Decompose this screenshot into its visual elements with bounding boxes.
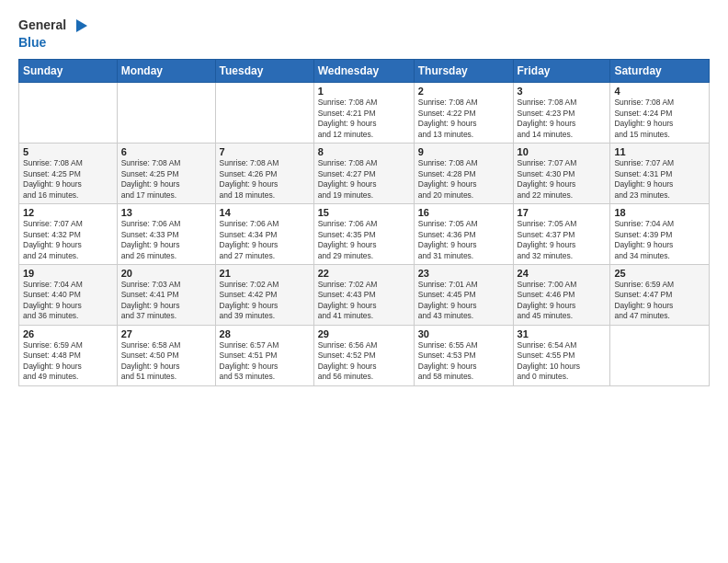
weekday-header-row: SundayMondayTuesdayWednesdayThursdayFrid…: [19, 60, 710, 83]
calendar-table: SundayMondayTuesdayWednesdayThursdayFrid…: [18, 59, 710, 385]
day-number: 27: [121, 328, 211, 339]
calendar-cell: 2Sunrise: 7:08 AM Sunset: 4:22 PM Daylig…: [414, 83, 513, 144]
day-info: Sunrise: 7:06 AM Sunset: 4:35 PM Dayligh…: [318, 219, 410, 261]
logo-chevron-icon: [73, 17, 89, 34]
day-info: Sunrise: 6:54 AM Sunset: 4:55 PM Dayligh…: [518, 340, 607, 383]
day-number: 4: [614, 86, 705, 97]
day-number: 11: [614, 146, 705, 157]
day-number: 7: [220, 146, 310, 157]
calendar-cell: 29Sunrise: 6:56 AM Sunset: 4:52 PM Dayli…: [313, 325, 414, 385]
day-number: 20: [121, 268, 211, 279]
day-info: Sunrise: 7:08 AM Sunset: 4:22 PM Dayligh…: [418, 98, 509, 140]
day-info: Sunrise: 7:04 AM Sunset: 4:39 PM Dayligh…: [614, 219, 705, 261]
calendar-cell: 28Sunrise: 6:57 AM Sunset: 4:51 PM Dayli…: [215, 325, 313, 385]
calendar-cell: 16Sunrise: 7:05 AM Sunset: 4:36 PM Dayli…: [414, 204, 513, 265]
day-number: 13: [121, 207, 211, 218]
day-info: Sunrise: 6:55 AM Sunset: 4:53 PM Dayligh…: [418, 340, 509, 383]
calendar-week-row: 5Sunrise: 7:08 AM Sunset: 4:25 PM Daylig…: [19, 144, 710, 204]
calendar-cell: 27Sunrise: 6:58 AM Sunset: 4:50 PM Dayli…: [117, 325, 215, 385]
day-info: Sunrise: 7:02 AM Sunset: 4:43 PM Dayligh…: [318, 280, 410, 322]
calendar-cell: 17Sunrise: 7:05 AM Sunset: 4:37 PM Dayli…: [513, 204, 610, 265]
svg-marker-0: [76, 19, 87, 32]
calendar-cell: [215, 83, 313, 144]
calendar-cell: 18Sunrise: 7:04 AM Sunset: 4:39 PM Dayli…: [610, 204, 710, 265]
day-info: Sunrise: 7:00 AM Sunset: 4:46 PM Dayligh…: [518, 280, 607, 322]
day-number: 1: [318, 86, 410, 97]
day-number: 18: [614, 207, 705, 218]
logo-general: General: [18, 17, 66, 32]
day-info: Sunrise: 6:57 AM Sunset: 4:51 PM Dayligh…: [220, 340, 310, 383]
day-info: Sunrise: 7:07 AM Sunset: 4:31 PM Dayligh…: [614, 158, 705, 201]
day-info: Sunrise: 7:07 AM Sunset: 4:30 PM Dayligh…: [518, 158, 607, 201]
day-info: Sunrise: 7:08 AM Sunset: 4:27 PM Dayligh…: [318, 158, 410, 201]
calendar-cell: [610, 325, 710, 385]
day-info: Sunrise: 6:56 AM Sunset: 4:52 PM Dayligh…: [318, 340, 410, 383]
weekday-header: Wednesday: [313, 60, 414, 83]
calendar-cell: 21Sunrise: 7:02 AM Sunset: 4:42 PM Dayli…: [215, 264, 313, 325]
weekday-header: Sunday: [19, 60, 118, 83]
calendar-cell: 25Sunrise: 6:59 AM Sunset: 4:47 PM Dayli…: [610, 264, 710, 325]
calendar-cell: 11Sunrise: 7:07 AM Sunset: 4:31 PM Dayli…: [610, 144, 710, 204]
day-number: 15: [318, 207, 410, 218]
day-info: Sunrise: 7:08 AM Sunset: 4:24 PM Dayligh…: [614, 98, 705, 140]
day-info: Sunrise: 7:05 AM Sunset: 4:37 PM Dayligh…: [518, 219, 607, 261]
day-number: 25: [614, 268, 705, 279]
day-number: 19: [23, 268, 113, 279]
day-number: 2: [418, 86, 509, 97]
day-info: Sunrise: 7:05 AM Sunset: 4:36 PM Dayligh…: [418, 219, 509, 261]
day-number: 22: [318, 268, 410, 279]
day-number: 24: [518, 268, 607, 279]
day-number: 17: [518, 207, 607, 218]
day-number: 12: [23, 207, 113, 218]
day-info: Sunrise: 7:01 AM Sunset: 4:45 PM Dayligh…: [418, 280, 509, 322]
calendar-cell: 14Sunrise: 7:06 AM Sunset: 4:34 PM Dayli…: [215, 204, 313, 265]
calendar-cell: [117, 83, 215, 144]
day-number: 14: [220, 207, 310, 218]
day-number: 28: [220, 328, 310, 339]
day-info: Sunrise: 7:07 AM Sunset: 4:32 PM Dayligh…: [23, 219, 113, 261]
calendar-cell: 13Sunrise: 7:06 AM Sunset: 4:33 PM Dayli…: [117, 204, 215, 265]
day-number: 9: [418, 146, 509, 157]
calendar-cell: 22Sunrise: 7:02 AM Sunset: 4:43 PM Dayli…: [313, 264, 414, 325]
calendar-cell: 1Sunrise: 7:08 AM Sunset: 4:21 PM Daylig…: [313, 83, 414, 144]
weekday-header: Thursday: [414, 60, 513, 83]
calendar-cell: 6Sunrise: 7:08 AM Sunset: 4:25 PM Daylig…: [117, 144, 215, 204]
calendar-week-row: 12Sunrise: 7:07 AM Sunset: 4:32 PM Dayli…: [19, 204, 710, 265]
day-info: Sunrise: 7:06 AM Sunset: 4:33 PM Dayligh…: [121, 219, 211, 261]
day-number: 31: [518, 328, 607, 339]
calendar-cell: 5Sunrise: 7:08 AM Sunset: 4:25 PM Daylig…: [19, 144, 118, 204]
day-number: 30: [418, 328, 509, 339]
calendar-week-row: 1Sunrise: 7:08 AM Sunset: 4:21 PM Daylig…: [19, 83, 710, 144]
calendar-cell: 15Sunrise: 7:06 AM Sunset: 4:35 PM Dayli…: [313, 204, 414, 265]
day-number: 3: [518, 86, 607, 97]
day-number: 6: [121, 146, 211, 157]
day-number: 21: [220, 268, 310, 279]
calendar-cell: 7Sunrise: 7:08 AM Sunset: 4:26 PM Daylig…: [215, 144, 313, 204]
day-info: Sunrise: 7:08 AM Sunset: 4:25 PM Dayligh…: [121, 158, 211, 201]
day-info: Sunrise: 7:08 AM Sunset: 4:21 PM Dayligh…: [318, 98, 410, 140]
calendar-cell: 23Sunrise: 7:01 AM Sunset: 4:45 PM Dayli…: [414, 264, 513, 325]
weekday-header: Saturday: [610, 60, 710, 83]
day-info: Sunrise: 6:59 AM Sunset: 4:47 PM Dayligh…: [614, 280, 705, 322]
weekday-header: Monday: [117, 60, 215, 83]
calendar-cell: 31Sunrise: 6:54 AM Sunset: 4:55 PM Dayli…: [513, 325, 610, 385]
calendar-cell: 8Sunrise: 7:08 AM Sunset: 4:27 PM Daylig…: [313, 144, 414, 204]
day-number: 8: [318, 146, 410, 157]
day-info: Sunrise: 7:02 AM Sunset: 4:42 PM Dayligh…: [220, 280, 310, 322]
calendar-cell: 20Sunrise: 7:03 AM Sunset: 4:41 PM Dayli…: [117, 264, 215, 325]
logo-text: General Blue: [18, 17, 89, 50]
calendar-cell: 24Sunrise: 7:00 AM Sunset: 4:46 PM Dayli…: [513, 264, 610, 325]
day-info: Sunrise: 6:59 AM Sunset: 4:48 PM Dayligh…: [23, 340, 113, 383]
calendar-cell: 12Sunrise: 7:07 AM Sunset: 4:32 PM Dayli…: [19, 204, 118, 265]
header: General Blue: [18, 17, 710, 50]
day-info: Sunrise: 6:58 AM Sunset: 4:50 PM Dayligh…: [121, 340, 211, 383]
day-number: 5: [23, 146, 113, 157]
day-number: 23: [418, 268, 509, 279]
page: General Blue SundayMondayTuesdayWednesda…: [0, 0, 728, 563]
day-number: 16: [418, 207, 509, 218]
calendar-week-row: 26Sunrise: 6:59 AM Sunset: 4:48 PM Dayli…: [19, 325, 710, 385]
day-info: Sunrise: 7:08 AM Sunset: 4:25 PM Dayligh…: [23, 158, 113, 201]
logo-blue: Blue: [18, 35, 46, 50]
calendar-cell: 30Sunrise: 6:55 AM Sunset: 4:53 PM Dayli…: [414, 325, 513, 385]
calendar-cell: 4Sunrise: 7:08 AM Sunset: 4:24 PM Daylig…: [610, 83, 710, 144]
